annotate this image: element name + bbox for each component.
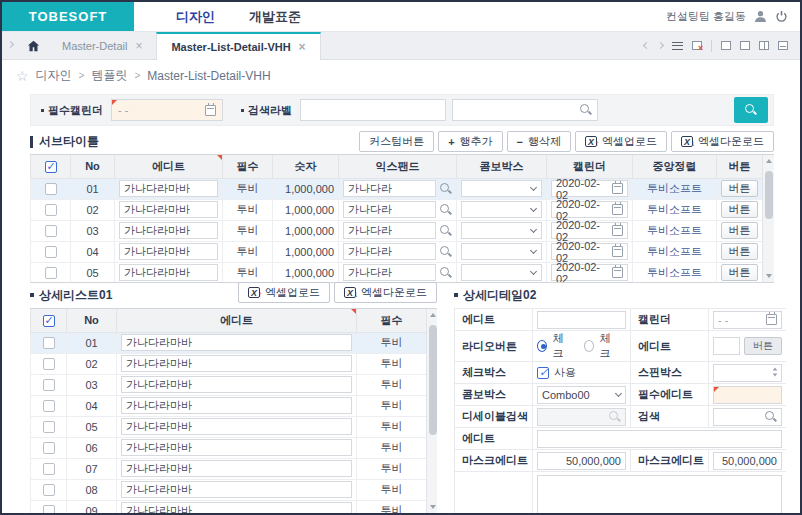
row-checkbox[interactable] <box>45 183 57 195</box>
col-edit[interactable]: 에디트 <box>117 309 357 332</box>
row-checkbox[interactable] <box>43 400 55 412</box>
row-checkbox[interactable] <box>43 484 55 496</box>
scroll-down-icon[interactable] <box>766 274 772 278</box>
search-input-1[interactable] <box>301 100 445 120</box>
calendar-field[interactable]: 2020-02-02 <box>551 222 628 239</box>
row-button[interactable]: 버튼 <box>721 243 758 260</box>
radio-unchecked[interactable] <box>584 340 594 352</box>
textbox-textarea[interactable] <box>537 475 782 513</box>
logout-power-icon[interactable] <box>775 10 788 23</box>
search-icon[interactable] <box>765 411 777 423</box>
edit-input[interactable] <box>121 355 352 372</box>
edit-input[interactable] <box>121 418 352 435</box>
vertical-scrollbar[interactable] <box>762 155 774 282</box>
search-input[interactable] <box>718 411 765 423</box>
search-icon[interactable] <box>440 267 452 279</box>
edit-field[interactable] <box>713 337 740 355</box>
mask-edit-input[interactable] <box>542 455 621 467</box>
list-item[interactable]: 05투비 <box>31 416 427 437</box>
edit-input[interactable] <box>121 439 352 456</box>
expand-input[interactable] <box>343 201 436 218</box>
custom-button[interactable]: 커스텀버튼 <box>359 131 434 152</box>
search-icon[interactable] <box>580 104 592 116</box>
edit-input[interactable] <box>121 481 352 498</box>
select-all-header[interactable] <box>31 155 71 178</box>
excel-download-button[interactable]: X↓엑셀다운로드 <box>334 282 437 303</box>
expand-input[interactable] <box>343 243 436 260</box>
col-calendar[interactable]: 캘린더 <box>547 155 633 178</box>
list-item[interactable]: 01투비 <box>31 332 427 353</box>
expand-input[interactable] <box>343 222 436 239</box>
search-icon[interactable] <box>440 204 452 216</box>
select-all-checkbox[interactable] <box>43 315 55 327</box>
edit-input[interactable] <box>119 243 218 260</box>
search-field[interactable] <box>713 408 782 426</box>
calendar-icon[interactable] <box>612 267 623 278</box>
list-item[interactable]: 02투비 <box>31 353 427 374</box>
row-checkbox[interactable] <box>45 246 57 258</box>
combo-box[interactable] <box>461 201 542 218</box>
user-icon[interactable] <box>754 10 767 23</box>
row-checkbox[interactable] <box>43 463 55 475</box>
field-button[interactable]: 버튼 <box>744 337 782 355</box>
excel-download-button[interactable]: X↓엑셀다운로드 <box>671 131 774 152</box>
excel-upload-button[interactable]: X↑엑셀업로드 <box>238 282 330 303</box>
list-item[interactable]: 06투비 <box>31 437 427 458</box>
edit-input[interactable] <box>119 264 218 281</box>
col-required[interactable]: 필수 <box>223 155 273 178</box>
edit-field-wide[interactable] <box>537 430 782 448</box>
calendar-field[interactable]: - - <box>713 311 782 329</box>
edit-input[interactable] <box>121 460 352 477</box>
row-button[interactable]: 버튼 <box>721 222 758 239</box>
row-checkbox[interactable] <box>43 442 55 454</box>
combo-box[interactable]: Combo00 <box>537 386 626 404</box>
menu-design[interactable]: 디자인 <box>176 8 215 26</box>
calendar-icon[interactable] <box>612 246 623 257</box>
edit-input[interactable] <box>119 180 218 197</box>
edit-input[interactable] <box>121 334 352 351</box>
col-combo[interactable]: 콤보박스 <box>457 155 547 178</box>
row-checkbox[interactable] <box>43 337 55 349</box>
list-item[interactable]: 07투비 <box>31 458 427 479</box>
layout-single-icon[interactable] <box>721 41 731 50</box>
select-all-header[interactable] <box>31 309 67 332</box>
col-edit[interactable]: 에디트 <box>115 155 223 178</box>
row-checkbox[interactable] <box>43 421 55 433</box>
calendar-icon[interactable] <box>205 105 216 116</box>
tab-close-icon[interactable]: × <box>299 40 306 54</box>
edit-input[interactable] <box>119 201 218 218</box>
calendar-field[interactable]: 2020-02-02 <box>551 243 628 260</box>
scroll-tabs-left-icon[interactable] <box>643 42 650 49</box>
row-checkbox[interactable] <box>45 267 57 279</box>
home-icon[interactable] <box>18 32 48 59</box>
edit-input[interactable] <box>121 397 352 414</box>
row-checkbox[interactable] <box>43 379 55 391</box>
calendar-field[interactable]: 2020-02-02 <box>551 180 628 197</box>
table-row[interactable]: 03 투비 1,000,000 2020-02-02 투비소프트 버튼 <box>31 220 763 241</box>
edit-input[interactable] <box>718 340 735 352</box>
search-icon[interactable] <box>440 225 452 237</box>
favorite-star-icon[interactable]: ☆ <box>16 68 29 84</box>
col-button[interactable]: 버튼 <box>717 155 763 178</box>
scrollbar-thumb[interactable] <box>765 171 773 219</box>
row-checkbox[interactable] <box>43 358 55 370</box>
col-no[interactable]: No <box>67 309 117 332</box>
calendar-icon[interactable] <box>766 314 777 325</box>
row-button[interactable]: 버튼 <box>721 180 758 197</box>
table-row[interactable]: 01 투비 1,000,000 2020-02-02 투비소프트 버튼 <box>31 178 763 199</box>
tab-close-icon[interactable]: × <box>135 39 142 53</box>
calendar-icon[interactable] <box>612 204 623 215</box>
spin-input[interactable] <box>718 367 777 379</box>
spinbox-field[interactable] <box>713 364 782 382</box>
col-no[interactable]: No <box>71 155 115 178</box>
edit-input[interactable] <box>542 314 621 326</box>
row-checkbox[interactable] <box>43 505 55 513</box>
mask-edit-input[interactable] <box>718 455 777 467</box>
checkbox-checked[interactable] <box>537 367 549 379</box>
layout-horizontal-split-icon[interactable] <box>778 41 788 50</box>
combo-box[interactable] <box>461 264 542 281</box>
scroll-tabs-right-icon[interactable] <box>657 42 664 49</box>
list-item[interactable]: 09투비 <box>31 500 427 513</box>
search-text-field[interactable] <box>300 99 446 121</box>
select-all-checkbox[interactable] <box>45 161 57 173</box>
